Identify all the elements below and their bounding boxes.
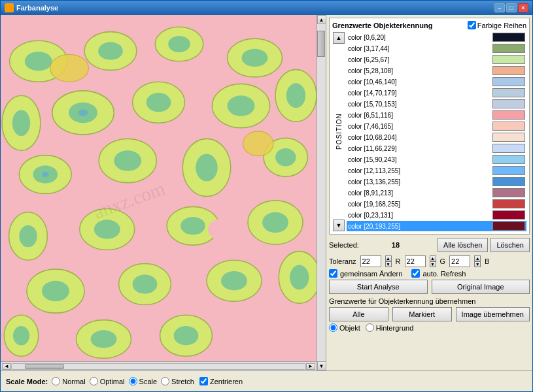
color-row[interactable]: color [0,23,131] <box>347 210 526 220</box>
farbige-reihen-check[interactable]: Farbige Reihen <box>468 21 526 29</box>
svg-point-50 <box>91 330 117 348</box>
right-panel: Grenzwerte Objekterkennung Farbige Reihe… <box>326 15 532 370</box>
color-row[interactable]: color [0,6,20] <box>347 32 526 42</box>
horizontal-scrollbar[interactable]: ◄ ► <box>1 361 317 370</box>
g-value[interactable]: 22 <box>449 255 470 267</box>
color-row[interactable]: color [15,90,243] <box>347 154 526 165</box>
color-swatch <box>492 166 525 175</box>
normal-radio[interactable] <box>52 377 60 385</box>
g-spin[interactable]: ▲ ▼ <box>474 255 481 267</box>
color-row[interactable]: color [15,70,153] <box>347 99 526 109</box>
objekt-radio[interactable] <box>329 323 337 332</box>
v-scroll-thumb[interactable] <box>317 31 325 57</box>
close-button[interactable]: × <box>518 3 528 12</box>
toleranz-down[interactable]: ▼ <box>385 261 392 267</box>
auto-refresh-checkbox[interactable] <box>411 269 420 278</box>
zentrieren-check[interactable]: Zentrieren <box>199 377 243 385</box>
stretch-radio[interactable] <box>161 377 169 385</box>
maximize-button[interactable]: □ <box>506 3 517 12</box>
scroll-down-btn[interactable]: ▼ <box>317 361 326 370</box>
scroll-right-btn[interactable]: ► <box>306 363 315 370</box>
scroll-left-btn[interactable]: ◄ <box>2 363 11 370</box>
v-scroll-track[interactable] <box>317 24 326 361</box>
color-row[interactable]: color [20,193,255] <box>347 221 526 231</box>
color-row[interactable]: color [3,17,44] <box>347 43 526 54</box>
scale-radio-item[interactable]: Scale <box>129 377 158 385</box>
normal-radio-item[interactable]: Normal <box>52 377 85 385</box>
color-row-label: color [13,136,255] <box>348 178 491 186</box>
color-row[interactable]: color [5,28,108] <box>347 65 526 76</box>
farbige-checkbox[interactable] <box>468 21 476 29</box>
color-row[interactable]: color [19,168,255] <box>347 199 526 209</box>
gemeinsam-check[interactable]: gemeinsam Ändern <box>329 269 402 278</box>
h-scroll-track[interactable] <box>11 363 306 370</box>
loschen-btn[interactable]: Löschen <box>490 238 530 252</box>
svg-point-42 <box>133 274 158 293</box>
pos-label: POSITION <box>335 44 343 220</box>
color-swatch <box>492 144 525 153</box>
image-canvas[interactable]: anxz.com <box>1 15 317 361</box>
r-spin[interactable]: ▲ ▼ <box>430 255 436 267</box>
alle-loschen-btn[interactable]: Alle löschen <box>438 238 488 252</box>
color-row[interactable]: color [6,51,116] <box>347 110 526 120</box>
svg-point-2 <box>25 52 52 71</box>
scale-radio[interactable] <box>129 377 137 385</box>
color-swatch <box>492 33 525 42</box>
radio-row: Objekt Hintergrund <box>329 323 530 332</box>
color-list-area: ▲ POSITION ▼ color [0,6,20]color [3,17,4… <box>332 32 526 231</box>
image-ubernehmen-btn[interactable]: Image übernehmen <box>456 307 530 321</box>
r-down[interactable]: ▼ <box>430 261 436 267</box>
g-down[interactable]: ▼ <box>474 261 481 267</box>
color-row-label: color [7,46,165] <box>348 123 491 130</box>
optimal-radio-item[interactable]: Optimal <box>90 377 125 385</box>
objekt-radio-item[interactable]: Objekt <box>329 323 360 332</box>
vertical-scrollbar[interactable]: ▲ ▼ <box>317 15 326 370</box>
svg-point-36 <box>181 217 205 235</box>
start-analyse-btn[interactable]: Start Analyse <box>329 280 428 294</box>
color-row[interactable]: color [7,46,165] <box>347 121 526 131</box>
optimal-radio[interactable] <box>90 377 98 385</box>
hintergrund-radio-item[interactable]: Hintergrund <box>366 323 413 332</box>
zentrieren-checkbox[interactable] <box>199 377 208 385</box>
selected-row: Selected: 18 Alle löschen Löschen <box>329 237 530 253</box>
color-row[interactable]: color [8,91,213] <box>347 188 526 198</box>
r-up[interactable]: ▲ <box>430 255 436 261</box>
toleranz-value[interactable]: 22 <box>360 255 381 267</box>
g-up[interactable]: ▲ <box>474 255 481 261</box>
color-row[interactable]: color [10,68,204] <box>347 132 526 142</box>
color-row[interactable]: color [13,136,255] <box>347 176 526 187</box>
color-swatch <box>492 177 525 186</box>
alle-btn[interactable]: Alle <box>329 307 388 321</box>
color-swatch <box>492 77 525 86</box>
gemeinsam-checkbox[interactable] <box>329 269 337 278</box>
app-icon <box>5 3 14 12</box>
color-row[interactable]: color [10,46,140] <box>347 76 526 87</box>
color-row[interactable]: color [11,66,229] <box>347 143 526 154</box>
color-row[interactable]: color [6,25,67] <box>347 54 526 65</box>
auto-refresh-check[interactable]: auto. Refresh <box>411 269 466 278</box>
svg-point-24 <box>114 150 141 171</box>
pos-down-btn[interactable]: ▼ <box>333 220 345 231</box>
svg-point-44 <box>221 271 247 290</box>
stretch-radio-item[interactable]: Stretch <box>161 377 194 385</box>
color-row[interactable]: color [14,70,179] <box>347 88 526 98</box>
original-image-btn[interactable]: Original Image <box>432 280 530 294</box>
hintergrund-radio[interactable] <box>366 323 374 332</box>
color-swatch <box>492 122 525 131</box>
markiert-btn[interactable]: Markiert <box>392 307 452 321</box>
scroll-up-btn[interactable]: ▲ <box>317 15 326 24</box>
r-value[interactable]: 22 <box>405 255 426 267</box>
h-scroll-thumb[interactable] <box>25 364 64 369</box>
color-row[interactable]: color [12,113,255] <box>347 165 526 176</box>
pos-up-btn[interactable]: ▲ <box>333 32 345 44</box>
color-swatch <box>492 155 525 164</box>
toleranz-spin[interactable]: ▲ ▼ <box>385 255 392 267</box>
color-swatch <box>492 99 525 108</box>
svg-point-10 <box>12 110 30 136</box>
color-rows: color [0,6,20]color [3,17,44]color [6,25… <box>347 32 526 231</box>
color-row-label: color [15,90,243] <box>348 156 491 163</box>
toleranz-up[interactable]: ▲ <box>385 255 392 261</box>
minimize-button[interactable]: – <box>494 3 505 12</box>
color-row-label: color [12,113,255] <box>348 167 491 174</box>
toleranz-label: Toleranz <box>329 257 356 265</box>
